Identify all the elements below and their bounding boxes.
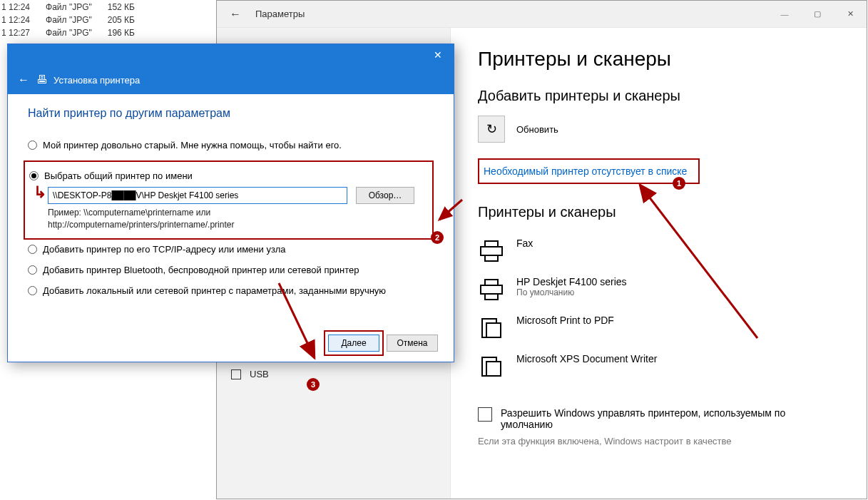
printers-section-heading: Принтеры и сканеры [478, 204, 867, 220]
svg-rect-5 [481, 285, 502, 294]
browse-button[interactable]: Обзор… [356, 187, 414, 204]
printer-name: Microsoft XPS Document Writer [516, 353, 657, 364]
printer-item-xps[interactable]: Microsoft XPS Document Writer [478, 347, 867, 386]
refresh-button[interactable]: ↻ Обновить [478, 116, 867, 143]
page-title: Принтеры и сканеры [478, 48, 867, 71]
default-printer-checkbox-label: Разрешить Windows управлять принтером, и… [501, 407, 834, 430]
wizard-title-text: Установка принтера [53, 75, 140, 86]
option-bluetooth[interactable]: Добавить принтер Bluetooth, беспроводной… [28, 265, 434, 275]
svg-rect-4 [485, 280, 498, 285]
printer-icon: 🖶 [36, 73, 48, 86]
printer-name: HP Deskjet F4100 series [516, 276, 627, 287]
annotation-frame-1: Необходимый принтер отсутствует в списке [478, 158, 700, 184]
printer-icon [478, 276, 505, 303]
svg-rect-6 [485, 294, 498, 300]
svg-rect-3 [485, 255, 498, 261]
refresh-label: Обновить [516, 124, 558, 135]
settings-back-button[interactable]: ← [230, 8, 241, 21]
option-shared-printer[interactable]: Выбрать общий принтер по имени [29, 170, 425, 181]
printer-icon [478, 315, 505, 342]
option-tcpip[interactable]: Добавить принтер по его TCP/IP-адресу ил… [28, 244, 434, 255]
radio-icon [28, 141, 37, 150]
printer-item-fax[interactable]: Fax [478, 232, 867, 270]
settings-titlebar: ← Параметры — ▢ ✕ [217, 1, 867, 28]
option-old-printer[interactable]: Мой принтер довольно старый. Мне нужна п… [28, 140, 434, 150]
option-label: Добавить принтер по его TCP/IP-адресу ил… [43, 244, 286, 255]
radio-icon [28, 286, 37, 295]
radio-icon [28, 265, 37, 275]
printer-name: Microsoft Print to PDF [516, 315, 614, 326]
svg-rect-1 [485, 241, 498, 247]
annotation-badge-1: 1 [673, 177, 685, 190]
example-text-1: Пример: \\computername\printername или [48, 207, 425, 219]
refresh-icon: ↻ [478, 116, 505, 143]
default-printer-hint: Если эта функция включена, Windows настр… [478, 436, 834, 447]
annotation-badge-3: 3 [307, 378, 320, 391]
add-section-heading: Добавить принтеры и сканеры [478, 88, 867, 104]
option-local[interactable]: Добавить локальный или сетевой принтер с… [28, 285, 434, 296]
svg-rect-2 [481, 247, 502, 255]
default-printer-checkbox-row: Разрешить Windows управлять принтером, и… [478, 407, 834, 430]
wizard-header: ← 🖶 Установка принтера [8, 66, 454, 94]
next-button[interactable]: Далее [328, 335, 379, 352]
window-minimize-button[interactable]: — [768, 1, 801, 27]
printer-item-pdf[interactable]: Microsoft Print to PDF [478, 309, 867, 347]
printer-not-listed-link[interactable]: Необходимый принтер отсутствует в списке [484, 165, 687, 177]
sidebar-item-label: USB [250, 369, 269, 379]
background-file-list: 1 12:24Файл "JPG"152 КБ 1 12:24Файл "JPG… [0, 0, 150, 40]
svg-rect-10 [486, 362, 501, 376]
wizard-back-button[interactable]: ← [18, 73, 29, 86]
wizard-close-button[interactable]: ✕ [428, 48, 448, 62]
default-printer-checkbox[interactable] [478, 407, 492, 422]
usb-icon [231, 369, 241, 379]
cancel-button[interactable]: Отмена [387, 335, 438, 352]
svg-rect-8 [486, 323, 501, 337]
printer-icon [478, 353, 505, 380]
option-label: Выбрать общий принтер по имени [44, 170, 193, 181]
annotation-frame-2: Выбрать общий принтер по имени ↳ Обзор… … [24, 160, 434, 240]
add-printer-wizard: ✕ ← 🖶 Установка принтера Найти принтер п… [7, 44, 454, 362]
annotation-badge-2: 2 [431, 231, 444, 244]
wizard-titlebar: ✕ [8, 44, 454, 66]
printer-sub: По умолчанию [516, 287, 627, 297]
example-text-2: http://computername/printers/printername… [48, 219, 425, 231]
printer-icon [478, 238, 505, 265]
settings-title: Параметры [255, 9, 305, 19]
printer-name: Fax [516, 238, 533, 249]
annotation-bent-arrow: ↳ [34, 183, 46, 202]
printer-item-hp[interactable]: HP Deskjet F4100 series По умолчанию [478, 270, 867, 309]
option-label: Мой принтер довольно старый. Мне нужна п… [43, 140, 342, 150]
window-maximize-button[interactable]: ▢ [801, 1, 834, 27]
radio-icon [29, 171, 39, 180]
settings-main: Принтеры и сканеры Добавить принтеры и с… [451, 28, 867, 499]
wizard-heading: Найти принтер по другим параметрам [28, 107, 434, 120]
sidebar-item-usb[interactable]: USB [217, 363, 450, 385]
radio-icon [28, 245, 37, 254]
shared-printer-path-input[interactable] [48, 187, 347, 204]
option-label: Добавить локальный или сетевой принтер с… [43, 285, 386, 296]
window-close-button[interactable]: ✕ [834, 1, 867, 27]
option-label: Добавить принтер Bluetooth, беспроводной… [43, 265, 359, 275]
